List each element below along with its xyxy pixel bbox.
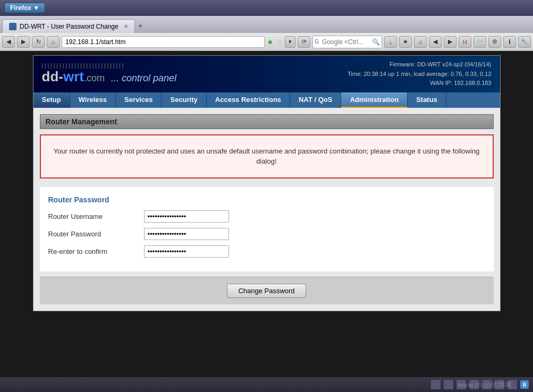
google-icon: G <box>315 39 319 45</box>
tab-access-restrictions[interactable]: Access Restrictions <box>207 92 290 108</box>
firmware-line1: Firmware: DD-WRT v24-sp2 (04/16/14) <box>348 60 492 70</box>
tab-nat-qos[interactable]: NAT / QoS <box>290 92 341 108</box>
page-content: |||||||||||||||||||||||||||| dd- wrt .co… <box>0 51 533 316</box>
logo-wrt: wrt <box>63 69 84 85</box>
firefox-menu-button[interactable]: Firefox ▼ <box>4 3 45 13</box>
bookmark-icon[interactable]: ▾ <box>285 36 295 48</box>
taskbar: www.riti.cn软荐网 6 <box>0 377 533 392</box>
home-nav-icon[interactable]: ⌂ <box>414 36 427 48</box>
tab-administration[interactable]: Administration <box>341 92 408 108</box>
username-input[interactable] <box>144 210 229 223</box>
tools-icon[interactable]: 🔧 <box>518 36 531 48</box>
confirm-input[interactable] <box>144 245 229 258</box>
tab-setup[interactable]: Setup <box>33 92 70 108</box>
address-bar[interactable] <box>62 36 265 48</box>
nav-tabs: Setup Wireless Services Security Access … <box>33 92 500 108</box>
bookmarks-icon[interactable]: ★ <box>399 36 412 48</box>
history-icon[interactable]: H <box>459 36 471 48</box>
logo-dd: dd- <box>42 69 63 85</box>
firmware-line3: WAN IP: 192.168.0.183 <box>348 79 492 88</box>
password-input[interactable] <box>144 228 229 240</box>
logo-com: .com <box>84 73 105 84</box>
form-section-title: Router Password <box>48 195 485 204</box>
taskbar-icon-1 <box>431 380 441 389</box>
logo-dots: |||||||||||||||||||||||||||| <box>42 63 125 69</box>
watermark-text: www.riti.cn软荐网 <box>458 380 512 390</box>
logo-tagline: ... control panel <box>111 73 176 84</box>
logo-text-row: dd- wrt .com ... control panel <box>42 69 177 85</box>
firmware-info: Firmware: DD-WRT v24-sp2 (04/16/14) Time… <box>348 60 492 88</box>
form-section: Router Password Router Username Router P… <box>40 187 494 271</box>
tab-favicon <box>9 23 16 30</box>
form-row-password: Router Password <box>48 228 485 240</box>
section-title: Router Management <box>46 117 117 126</box>
info-icon[interactable]: ℹ <box>503 36 516 48</box>
browser-tab-active[interactable]: DD-WRT - User Password Change ✕ <box>2 19 135 33</box>
back-button[interactable]: ◀ <box>2 36 15 48</box>
taskbar-badge: 6 <box>520 380 529 389</box>
home-button[interactable]: ⌂ <box>47 36 60 48</box>
tab-status[interactable]: Status <box>408 92 446 108</box>
downloads-icon[interactable]: ↓ <box>384 36 397 48</box>
main-content: Router Management Your router is current… <box>33 108 500 311</box>
warning-box: Your router is currently not protected a… <box>40 134 494 178</box>
browser-titlebar: Firefox ▼ <box>0 0 533 16</box>
tab-title: DD-WRT - User Password Change <box>20 23 119 30</box>
search-submit-icon[interactable]: 🔍 <box>372 38 380 46</box>
password-label: Router Password <box>48 230 144 238</box>
logo: |||||||||||||||||||||||||||| dd- wrt .co… <box>42 63 177 85</box>
username-label: Router Username <box>48 212 144 220</box>
confirm-label: Re-enter to confirm <box>48 248 144 255</box>
form-row-confirm: Re-enter to confirm <box>48 245 485 258</box>
search-input[interactable] <box>319 36 372 48</box>
search-container: G 🔍 <box>312 36 382 48</box>
forward-nav-icon[interactable]: ▶ <box>444 36 456 48</box>
button-area: Change Password <box>40 277 494 304</box>
go-icon: ● <box>268 37 273 47</box>
forward-button[interactable]: ▶ <box>17 36 30 48</box>
warning-text: Your router is currently not protected a… <box>54 147 480 166</box>
form-row-username: Router Username <box>48 210 485 223</box>
back-nav-icon[interactable]: ◀ <box>429 36 442 48</box>
router-panel: |||||||||||||||||||||||||||| dd- wrt .co… <box>33 55 501 311</box>
refresh-icon[interactable]: ⟳ <box>298 36 310 48</box>
firmware-line2: Time: 20:38:14 up 1 min, load average: 0… <box>348 70 492 79</box>
new-tab-button[interactable]: + <box>135 19 146 33</box>
section-header: Router Management <box>40 114 494 129</box>
tab-wireless[interactable]: Wireless <box>70 92 116 108</box>
star-icon[interactable]: ☆ <box>276 38 283 46</box>
settings-icon[interactable]: ⚙ <box>488 36 501 48</box>
tab-bar: DD-WRT - User Password Change ✕ + <box>0 16 533 33</box>
tab-close-icon[interactable]: ✕ <box>124 23 128 29</box>
change-password-button[interactable]: Change Password <box>227 284 306 298</box>
more-icon[interactable]: ⋯ <box>473 36 486 48</box>
tab-security[interactable]: Security <box>162 92 206 108</box>
tab-services[interactable]: Services <box>116 92 162 108</box>
reload-button[interactable]: ↻ <box>32 36 45 48</box>
taskbar-icon-2 <box>444 380 453 389</box>
router-header: |||||||||||||||||||||||||||| dd- wrt .co… <box>33 56 500 92</box>
nav-bar: ◀ ▶ ↻ ⌂ ● ☆ ▾ ⟳ G 🔍 ↓ ★ ⌂ ◀ ▶ H ⋯ ⚙ ℹ 🔧 <box>0 33 533 51</box>
logo-row: |||||||||||||||||||||||||||| <box>42 63 177 69</box>
logo-area: |||||||||||||||||||||||||||| dd- wrt .co… <box>42 63 177 85</box>
